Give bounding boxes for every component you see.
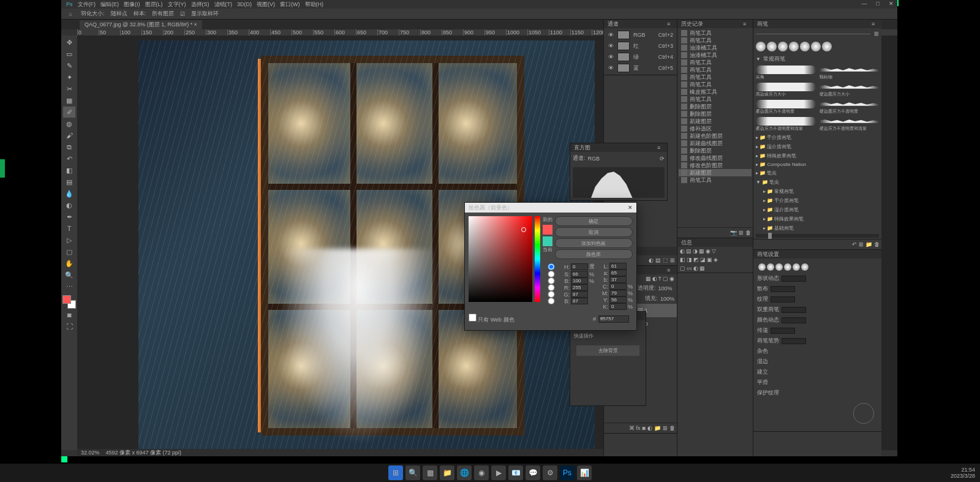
history-brush-tool[interactable]: ↶ [63,153,75,164]
hue-slider[interactable] [535,216,540,302]
color-picker-dialog[interactable]: 拾色器（前景色） ✕ 新的 [464,202,637,331]
opt-checkbox[interactable]: ☑ [180,11,185,17]
taskbar-date[interactable]: 2023/3/28 [951,473,975,479]
ps-logo-icon[interactable]: Ps [66,1,73,7]
brush-btn[interactable]: 🗑 [874,241,880,247]
brush-subgroup[interactable]: ▸ 📁 基础画笔 [753,224,881,233]
m-input[interactable] [609,290,627,296]
brush-subgroup[interactable]: ▸ 📁 湿介质画笔 [753,205,881,214]
visibility-icon[interactable]: 👁 [608,43,614,49]
refresh-icon[interactable]: ⟳ [660,156,665,162]
visibility-icon[interactable]: 👁 [608,32,614,38]
new-doc-icon[interactable]: ⊞ [739,230,744,236]
history-item[interactable]: 画笔工具 [679,37,752,44]
opt-val-2[interactable]: 所有图层 [152,10,174,18]
document-tab[interactable]: QAQ_0677.jpg @ 32.8% (图层 1, RGB/8#) * × [80,20,202,29]
brushes-title[interactable]: 画笔 [757,20,768,28]
history-item[interactable]: 橡皮擦工具 [679,88,752,96]
mask-icon[interactable]: ◙ [643,425,646,431]
history-item[interactable]: 画笔工具 [679,176,752,184]
chrome-icon[interactable]: ◉ [474,465,489,480]
brush-size-icon[interactable]: ⊞ [874,31,879,37]
color-swatches[interactable] [62,295,76,309]
history-item[interactable]: 修补选区 [679,125,752,132]
brush-preset[interactable] [756,42,766,51]
color-field[interactable] [469,216,532,302]
panel-menu-icon[interactable]: ≡ [667,267,673,273]
path-tool[interactable]: ▷ [63,235,75,246]
adj-layer-icon[interactable]: ◐ [647,425,652,431]
slider-thumb[interactable] [768,233,772,239]
close-button[interactable]: ✕ [885,0,897,7]
panel-menu-icon[interactable]: ≡ [657,145,663,151]
g-radio[interactable] [543,291,560,298]
frame-tool[interactable]: ▦ [63,95,75,106]
h-input[interactable] [571,263,588,270]
brush-group[interactable]: ▸ 📁 干介质画笔 [753,133,881,142]
stamp-tool[interactable]: ⧉ [63,141,75,153]
lasso-tool[interactable]: ✎ [63,60,75,71]
panel-menu-icon[interactable]: ≡ [667,21,673,27]
filter-icon[interactable]: T [658,276,662,282]
adj-btn[interactable]: ⬚ [663,257,668,263]
adj-btn[interactable]: ◐ [649,257,654,263]
history-item[interactable]: 新建图层 [679,118,752,125]
brush-btn[interactable]: ↶ [852,241,857,247]
r-radio[interactable] [543,284,560,291]
new-layer-icon[interactable]: ⊞ [663,425,668,431]
brush-preset[interactable] [800,42,810,51]
brush-preset[interactable] [822,42,832,51]
crop-tool[interactable]: ✂ [63,83,75,94]
delete-icon[interactable]: 🗑 [745,230,751,236]
r-input[interactable] [571,284,588,291]
history-item[interactable]: 画笔工具 [679,73,752,81]
panel-menu-icon[interactable]: ≡ [743,21,749,27]
adj-btn[interactable]: ▤ [655,257,661,263]
webonly-checkbox[interactable] [469,314,477,322]
delete-icon[interactable]: 🗑 [669,425,675,431]
marquee-tool[interactable]: ▭ [63,48,75,59]
type-tool[interactable]: T [63,223,75,234]
brush-subgroup[interactable]: ▸ 📁 特殊效果画笔 [753,214,881,224]
ok-button[interactable]: 确定 [555,216,633,226]
quickmask-tool[interactable]: ◙ [63,309,75,320]
tip-preset[interactable] [775,263,783,271]
histogram-panel[interactable]: 直方图≡ 通道: RGB ⟳ [570,143,668,201]
history-item[interactable]: 油漆桶工具 [679,44,752,51]
brush-btn[interactable]: 📁 [865,241,872,247]
edge-icon[interactable]: 🌐 [457,465,472,480]
brush-group[interactable]: ▸ 📁 Composite Nation [753,160,881,168]
photoshop-taskbar-icon[interactable]: Ps [560,465,575,480]
add-swatch-button[interactable]: 添加到色板 [555,238,633,248]
opt-val-1[interactable]: 随样点 [111,10,127,18]
tab-close-icon[interactable]: × [194,21,197,28]
brush-preset[interactable] [811,42,821,51]
history-item[interactable]: 删除图层 [679,147,752,154]
screenmode-tool[interactable]: ⛶ [63,321,75,332]
dodge-tool[interactable]: ◐ [63,200,75,211]
search-icon[interactable]: 🔍 [405,465,420,480]
history-item[interactable]: 新建色阶图层 [679,132,752,140]
history-item[interactable]: 画笔工具 [679,96,752,103]
l-input[interactable] [609,263,627,269]
c-input[interactable] [609,283,627,290]
filter-icon[interactable]: ◐ [652,276,657,282]
menu-layer[interactable]: 图层(L) [145,1,163,9]
adj-btn[interactable]: ⊞ [670,257,675,263]
brush-group[interactable]: ▼ 常规画笔 [753,54,881,64]
menu-edit[interactable]: 编辑(E) [100,1,119,9]
heal-tool[interactable]: ◍ [63,118,75,129]
brush-preset[interactable] [767,42,777,51]
fx-icon[interactable]: fx [636,425,641,431]
group-icon[interactable]: 📁 [654,425,661,431]
bl-input[interactable] [609,276,627,283]
menu-file[interactable]: 文件(F) [78,1,96,9]
app-icon[interactable]: ⚙ [543,465,557,480]
edit-toolbar[interactable]: ⋯ [63,281,75,292]
color-lib-button[interactable]: 颜色库 [555,249,633,259]
menu-type[interactable]: 文字(Y) [168,1,186,9]
eyedropper-tool[interactable]: ✐ [63,107,75,118]
h-radio[interactable] [543,263,560,270]
start-button[interactable]: ⊞ [388,465,403,480]
channels-title[interactable]: 通道 [608,20,619,28]
